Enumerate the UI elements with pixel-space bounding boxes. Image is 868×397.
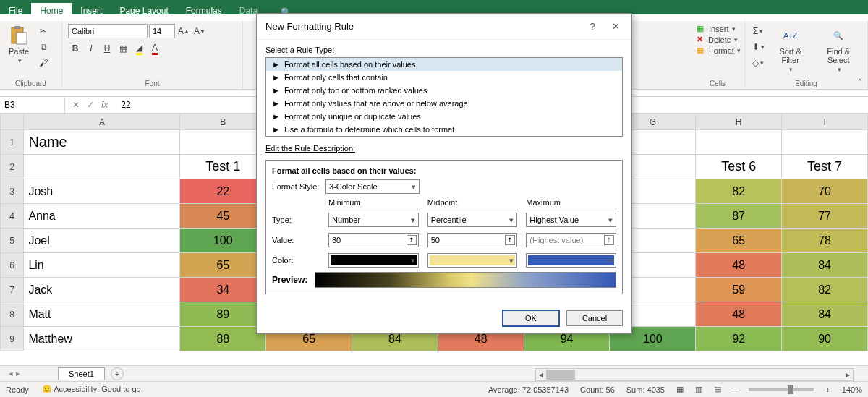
- rule-type-item[interactable]: ► Format all cells based on their values: [266, 58, 622, 71]
- rule-type-list[interactable]: ► Format all cells based on their values…: [265, 57, 623, 137]
- cell[interactable]: 87: [696, 204, 782, 229]
- rule-type-item[interactable]: ► Format only unique or duplicate values: [266, 110, 622, 123]
- tab-home[interactable]: Home: [31, 3, 72, 21]
- cell[interactable]: Anna: [24, 204, 180, 229]
- cell[interactable]: 88: [180, 327, 266, 351]
- cell[interactable]: 82: [782, 278, 868, 302]
- tab-page-layout[interactable]: Page Layout: [111, 3, 176, 21]
- fill-color-button[interactable]: ◢: [132, 41, 146, 56]
- clear-button[interactable]: ◇▾: [751, 56, 765, 70]
- zoom-in-button[interactable]: +: [825, 385, 830, 394]
- cell[interactable]: 22: [180, 179, 266, 204]
- row-header[interactable]: 5: [1, 229, 24, 253]
- horizontal-scrollbar[interactable]: ◂ ▸: [535, 368, 854, 381]
- select-all-corner[interactable]: [1, 114, 24, 130]
- rule-type-item[interactable]: ► Format only top or bottom ranked value…: [266, 84, 622, 97]
- font-name-combo[interactable]: [68, 24, 148, 38]
- cell[interactable]: 70: [782, 179, 868, 204]
- format-style-combo[interactable]: 3-Color Scale: [326, 179, 420, 194]
- tab-file[interactable]: File: [0, 3, 31, 21]
- max-value-input[interactable]: (Highest value)↥: [526, 233, 616, 247]
- cell[interactable]: Lin: [24, 253, 180, 278]
- cancel-formula-icon[interactable]: ✕: [72, 100, 80, 110]
- fx-icon[interactable]: fx: [101, 100, 108, 110]
- cell[interactable]: [696, 130, 782, 155]
- close-button[interactable]: ✕: [608, 21, 623, 32]
- cell[interactable]: 48: [696, 253, 782, 278]
- format-painter-button[interactable]: 🖌: [36, 56, 51, 70]
- range-picker-icon[interactable]: ↥: [505, 235, 515, 245]
- zoom-slider[interactable]: [749, 388, 814, 391]
- cell[interactable]: [24, 155, 180, 179]
- row-header[interactable]: 1: [1, 130, 24, 155]
- cell[interactable]: 90: [782, 327, 868, 351]
- cell[interactable]: 65: [180, 253, 266, 278]
- mid-value-input[interactable]: 50↥: [427, 233, 518, 247]
- cell[interactable]: Test 6: [696, 155, 782, 179]
- format-cells-button[interactable]: ▦ Format▾: [697, 46, 741, 55]
- col-header-A[interactable]: A: [24, 114, 180, 130]
- rule-type-item[interactable]: ► Format only values that are above or b…: [266, 97, 622, 110]
- mid-color-combo[interactable]: [427, 253, 518, 268]
- col-header-B[interactable]: B: [180, 114, 266, 130]
- cell[interactable]: 82: [696, 179, 782, 204]
- collapse-ribbon-button[interactable]: ˄: [858, 78, 862, 88]
- name-box[interactable]: B3: [0, 97, 65, 113]
- increase-font-button[interactable]: A▲: [176, 24, 191, 38]
- max-type-combo[interactable]: Highest Value: [526, 213, 616, 227]
- cell[interactable]: 84: [782, 302, 868, 327]
- row-header[interactable]: 7: [1, 278, 24, 302]
- range-picker-icon[interactable]: ↥: [407, 235, 417, 245]
- cell[interactable]: 59: [696, 278, 782, 302]
- view-normal-button[interactable]: ▦: [676, 385, 684, 394]
- zoom-out-button[interactable]: −: [733, 385, 737, 394]
- help-button[interactable]: ?: [585, 21, 600, 32]
- cell[interactable]: 78: [782, 229, 868, 253]
- autosum-button[interactable]: Σ▾: [751, 24, 765, 38]
- row-header[interactable]: 4: [1, 204, 24, 229]
- range-picker-icon[interactable]: ↥: [604, 235, 614, 245]
- copy-button[interactable]: ⧉: [36, 40, 51, 54]
- fill-button[interactable]: ⬇▾: [751, 40, 765, 54]
- cell[interactable]: Josh: [24, 179, 180, 204]
- mid-type-combo[interactable]: Percentile: [427, 213, 518, 227]
- tab-formulas[interactable]: Formulas: [177, 3, 231, 21]
- min-color-combo[interactable]: [328, 253, 419, 268]
- min-type-combo[interactable]: Number: [328, 213, 419, 227]
- font-color-button[interactable]: A: [148, 41, 162, 56]
- cut-button[interactable]: ✂: [36, 24, 51, 38]
- row-header[interactable]: 6: [1, 253, 24, 278]
- cell[interactable]: 84: [782, 253, 868, 278]
- add-sheet-button[interactable]: +: [111, 367, 124, 380]
- cell[interactable]: 48: [696, 302, 782, 327]
- cell[interactable]: Matthew: [24, 327, 180, 351]
- delete-cells-button[interactable]: ✖ Delete▾: [697, 35, 741, 44]
- cell[interactable]: Name: [24, 130, 180, 155]
- find-select-button[interactable]: 🔍 Find & Select▾: [815, 24, 861, 74]
- cell[interactable]: Jack: [24, 278, 180, 302]
- row-header[interactable]: 8: [1, 302, 24, 327]
- insert-cells-button[interactable]: ▦ Insert▾: [697, 24, 741, 33]
- italic-button[interactable]: I: [84, 41, 98, 56]
- cell[interactable]: 77: [782, 204, 868, 229]
- cell[interactable]: 100: [180, 229, 266, 253]
- cell[interactable]: Matt: [24, 302, 180, 327]
- rule-type-item[interactable]: ► Use a formula to determine which cells…: [266, 123, 622, 136]
- cancel-button[interactable]: Cancel: [566, 310, 623, 326]
- ok-button[interactable]: OK: [503, 310, 559, 326]
- zoom-level[interactable]: 140%: [842, 385, 862, 394]
- cell[interactable]: Joel: [24, 229, 180, 253]
- status-accessibility[interactable]: 🙂 Accessibility: Good to go: [42, 385, 141, 394]
- tab-insert[interactable]: Insert: [72, 3, 111, 21]
- cell[interactable]: Test 1: [180, 155, 266, 179]
- cell[interactable]: [782, 130, 868, 155]
- rule-type-item[interactable]: ► Format only cells that contain: [266, 71, 622, 84]
- cell[interactable]: 92: [696, 327, 782, 351]
- view-layout-button[interactable]: ▥: [695, 385, 702, 394]
- sort-filter-button[interactable]: A↓Z Sort & Filter▾: [770, 24, 811, 74]
- col-header-I[interactable]: I: [782, 114, 868, 130]
- accept-formula-icon[interactable]: ✓: [87, 100, 94, 110]
- row-header[interactable]: 9: [1, 327, 24, 351]
- cell[interactable]: 89: [180, 302, 266, 327]
- row-header[interactable]: 2: [1, 155, 24, 179]
